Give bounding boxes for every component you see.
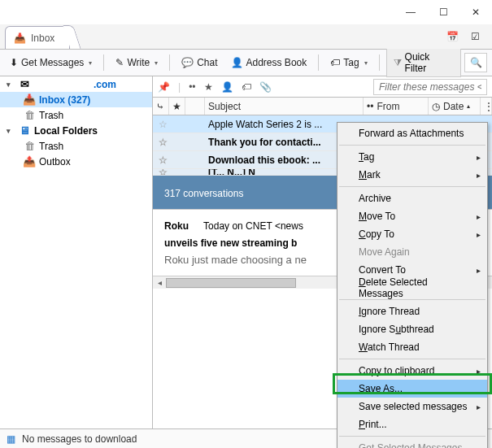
outbox-icon: 📤	[23, 155, 36, 167]
ctx-move-to[interactable]: Move To▸	[337, 207, 487, 225]
from-column[interactable]: ••From	[364, 98, 429, 115]
chat-button[interactable]: 💬 Chat	[176, 54, 222, 71]
calendar-icon[interactable]: 📅	[443, 28, 461, 46]
unread-filter-icon[interactable]: ••	[189, 81, 195, 93]
attachment-filter-icon[interactable]: 📎	[259, 81, 272, 93]
star-filter-icon[interactable]: ★	[204, 81, 213, 93]
tasks-icon[interactable]: ☑	[466, 28, 484, 46]
ctx-ignore-subthread[interactable]: Ignore Subthread	[337, 320, 487, 338]
twisty-open-icon: ▾	[7, 80, 15, 89]
titlebar: — ☐ ✕	[0, 0, 492, 24]
trash-folder[interactable]: 🗑 Trash	[0, 107, 152, 123]
star-column[interactable]: ★	[169, 98, 185, 115]
ctx-move-again: Move Again	[337, 243, 487, 261]
account-item[interactable]: ▾ ✉ .com	[0, 76, 152, 92]
quick-filter-button[interactable]: ⧩ Quick Filter	[386, 48, 461, 77]
address-book-button[interactable]: 👤 Address Book	[226, 54, 312, 71]
tag-button[interactable]: 🏷 Tag ▾	[325, 54, 372, 71]
local-trash-folder[interactable]: 🗑 Trash	[0, 138, 152, 154]
preview-meta: Today on CNET <news	[203, 220, 303, 232]
chat-icon: 💬	[181, 57, 194, 68]
folder-tree: ▾ ✉ .com 📥 Inbox (327) 🗑 Trash ▾ 🖥 Local…	[0, 76, 153, 428]
person-icon: 👤	[231, 57, 243, 68]
tag-icon: 🏷	[330, 57, 340, 68]
ctx-save-selected[interactable]: Save selected messages▸	[337, 398, 487, 415]
ctx-get-selected: Get Selected Messages	[337, 439, 487, 448]
get-messages-button[interactable]: ⬇ Get Messages ▾	[5, 54, 97, 71]
filter-toolbar: 📌 | •• ★ 👤 🏷 📎	[153, 76, 492, 98]
tab-inbox[interactable]: 📥 Inbox	[5, 26, 70, 49]
tag-filter-icon[interactable]: 🏷	[242, 81, 251, 93]
inbox-icon: 📥	[23, 94, 36, 106]
scroll-thumb[interactable]	[166, 278, 296, 288]
chevron-down-icon: ▾	[364, 59, 368, 67]
ctx-ignore-thread[interactable]: Ignore Thread	[337, 302, 487, 320]
ctx-forward-as-attachments[interactable]: Forward as Attachments	[337, 124, 487, 142]
local-folders-item[interactable]: ▾ 🖥 Local Folders	[0, 123, 152, 138]
ctx-delete-selected[interactable]: Delete Selected Messages	[337, 279, 487, 297]
chevron-down-icon: ▾	[89, 59, 92, 67]
status-text: No messages to download	[22, 433, 137, 445]
search-icon: 🔍	[470, 57, 482, 68]
ctx-mark[interactable]: Mark▸	[337, 166, 487, 184]
column-picker[interactable]: ⋮	[481, 98, 492, 115]
inbox-icon: 📥	[14, 33, 26, 44]
ctx-tag[interactable]: Tag▸	[337, 148, 487, 166]
write-button[interactable]: ✎ Write ▾	[111, 54, 163, 71]
ctx-print[interactable]: Print...	[337, 415, 487, 433]
subject-column[interactable]: Subject	[205, 98, 364, 115]
column-headers: ⤷ ★ Subject ••From ◷Date▴ ⋮	[153, 98, 492, 115]
preview-title: unveils five new streaming b	[164, 237, 297, 249]
close-button[interactable]: ✕	[459, 0, 492, 24]
ctx-archive[interactable]: Archive	[337, 189, 487, 207]
star-icon[interactable]: ☆	[153, 154, 172, 166]
star-icon[interactable]: ☆	[153, 119, 172, 130]
trash-icon: 🗑	[23, 140, 36, 152]
scroll-left-icon[interactable]: ◂	[153, 278, 166, 287]
chevron-down-icon: ▾	[155, 59, 158, 67]
tab-row: 📥 Inbox 📅 ☑	[0, 24, 492, 49]
inbox-folder[interactable]: 📥 Inbox (327)	[0, 92, 152, 107]
pencil-icon: ✎	[115, 57, 124, 68]
star-icon[interactable]: ☆	[153, 137, 172, 148]
ctx-watch-thread[interactable]: Watch Thread	[337, 338, 487, 356]
maximize-button[interactable]: ☐	[427, 0, 459, 24]
from-label: Roku	[164, 220, 189, 232]
activity-icon[interactable]: ▦	[7, 433, 15, 445]
contact-filter-icon[interactable]: 👤	[221, 81, 233, 93]
tab-label: Inbox	[31, 33, 54, 44]
search-button[interactable]: 🔍	[464, 53, 487, 72]
ctx-copy-clipboard[interactable]: Copy to clipboard▸	[337, 362, 487, 380]
filter-input[interactable]	[373, 79, 487, 95]
star-icon[interactable]: ☆	[153, 169, 172, 176]
context-menu: Forward as Attachments Tag▸ Mark▸ Archiv…	[337, 122, 488, 448]
trash-icon: 🗑	[23, 109, 36, 121]
mail-icon: ✉	[18, 78, 31, 90]
toolbar: ⬇ Get Messages ▾ ✎ Write ▾ 💬 Chat 👤 Addr…	[0, 49, 492, 76]
attach-column[interactable]	[185, 98, 205, 115]
ctx-save-as[interactable]: Save As...	[337, 380, 487, 398]
filter-icon: ⧩	[394, 57, 402, 68]
ctx-copy-to[interactable]: Copy To▸	[337, 225, 487, 243]
minimize-button[interactable]: —	[394, 0, 427, 24]
date-column[interactable]: ◷Date▴	[429, 98, 481, 115]
thread-column[interactable]: ⤷	[153, 98, 169, 115]
folder-icon: 🖥	[18, 124, 31, 137]
twisty-open-icon: ▾	[7, 127, 15, 135]
outbox-folder[interactable]: 📤 Outbox	[0, 154, 152, 169]
pin-icon[interactable]: 📌	[158, 81, 170, 93]
download-icon: ⬇	[10, 57, 18, 68]
